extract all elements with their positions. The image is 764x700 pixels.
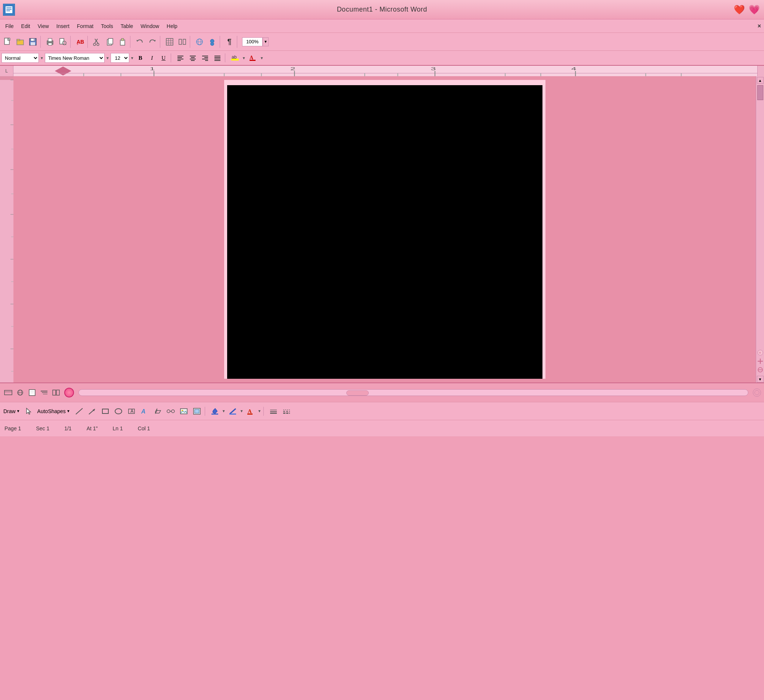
scroll-icon-2[interactable] (757, 358, 764, 366)
format-bar: Normal Heading 1 Heading 2 ▼ Times New R… (0, 51, 764, 66)
web-view-button[interactable] (15, 387, 25, 398)
scroll-thumb[interactable] (757, 85, 763, 100)
draw-label: Draw (3, 408, 16, 414)
font-dropdown-arrow[interactable]: ▼ (106, 56, 110, 60)
heart-btn-2[interactable]: 💗 (748, 3, 761, 16)
print-button[interactable] (44, 36, 56, 48)
redo-button[interactable] (146, 36, 158, 48)
arrow-tool-button[interactable] (86, 406, 98, 417)
table-insert-button[interactable] (164, 36, 175, 48)
normal-view-button[interactable] (3, 387, 13, 398)
rectangle-tool-button[interactable] (99, 406, 111, 417)
paste-button[interactable] (117, 36, 128, 48)
menu-window[interactable]: Window (137, 22, 163, 31)
font-color-arrow[interactable]: ▼ (260, 56, 264, 60)
window-close-button[interactable]: × (758, 23, 761, 30)
italic-button[interactable]: I (147, 53, 157, 63)
font-size-dropdown[interactable]: 12 10 14 (111, 53, 129, 63)
menu-view[interactable]: View (34, 22, 53, 31)
menu-format[interactable]: Format (73, 22, 97, 31)
svg-rect-37 (183, 39, 186, 44)
print-layout-button[interactable] (27, 387, 38, 398)
highlight-button[interactable]: ab (229, 53, 241, 63)
align-left-button[interactable] (175, 53, 186, 63)
menu-edit[interactable]: Edit (17, 22, 34, 31)
dash-style-button[interactable] (280, 406, 293, 417)
svg-point-131 (167, 410, 170, 413)
justify-button[interactable] (212, 53, 223, 63)
menu-help[interactable]: Help (163, 22, 181, 31)
cut-button[interactable] (91, 36, 103, 48)
wordart-button[interactable]: A (139, 406, 150, 417)
bold-button[interactable]: B (135, 53, 146, 63)
highlight-arrow[interactable]: ▼ (242, 56, 246, 60)
size-dropdown-arrow[interactable]: ▼ (130, 56, 134, 60)
heart-btn-1[interactable]: ❤️ (733, 3, 746, 16)
menu-insert[interactable]: Insert (53, 22, 73, 31)
paragraph-mark-button[interactable]: ¶ (224, 36, 235, 48)
fill-color-arrow[interactable]: ▼ (222, 409, 225, 413)
line-style-button[interactable] (268, 406, 279, 417)
scroll-icon-1[interactable]: + (757, 349, 764, 357)
select-tool-button[interactable] (23, 406, 34, 417)
scroll-up-button[interactable]: ▲ (757, 77, 764, 84)
picture-button[interactable] (191, 406, 203, 417)
h-scroll-end-button[interactable] (753, 388, 761, 397)
doc-map-button[interactable] (206, 36, 218, 48)
svg-text:ab: ab (232, 55, 237, 60)
view-bar (0, 382, 764, 402)
outline-view-button[interactable] (39, 387, 49, 398)
line-color-arrow[interactable]: ▼ (240, 409, 244, 413)
svg-point-132 (171, 410, 174, 413)
3d-button[interactable] (152, 406, 164, 417)
autoshapes-dropdown[interactable]: AutoShapes ▼ (36, 406, 72, 417)
menu-table[interactable]: Table (117, 22, 137, 31)
clipart-button[interactable] (178, 406, 190, 417)
h-scroll-thumb[interactable] (346, 390, 369, 396)
page-content[interactable] (227, 85, 542, 379)
scroll-down-button[interactable]: ▼ (757, 376, 764, 382)
draw-dropdown[interactable]: Draw ▼ (2, 406, 22, 417)
menu-tools[interactable]: Tools (97, 22, 117, 31)
draw-font-color-button[interactable]: A (245, 406, 257, 417)
autoshapes-label: AutoShapes (38, 408, 66, 414)
sep4 (130, 36, 132, 48)
oval-tool-button[interactable] (113, 406, 124, 417)
draw-font-color-arrow[interactable]: ▼ (258, 409, 261, 413)
font-color-button[interactable]: A (247, 53, 259, 63)
reading-view-button[interactable] (51, 387, 61, 398)
svg-line-21 (95, 39, 98, 44)
line-tool-button[interactable] (73, 406, 85, 417)
zoom-input[interactable] (242, 38, 263, 46)
line-color-button[interactable] (227, 406, 239, 417)
view-circle-button[interactable] (64, 388, 74, 398)
underline-button[interactable]: U (158, 53, 169, 63)
align-center-button[interactable] (187, 53, 198, 63)
zoom-dropdown-arrow[interactable]: ▼ (263, 38, 269, 46)
svg-rect-31 (166, 39, 173, 45)
svg-line-139 (230, 409, 236, 414)
font-dropdown[interactable]: Times New Roman Arial Calibri (45, 53, 105, 63)
spell-button[interactable]: ABC✓ (74, 36, 86, 48)
menu-file[interactable]: File (2, 22, 17, 31)
style-dropdown[interactable]: Normal Heading 1 Heading 2 (2, 53, 39, 63)
page-scroll-area[interactable] (13, 76, 756, 382)
undo-button[interactable] (134, 36, 146, 48)
sep-format2 (225, 53, 227, 63)
columns-button[interactable] (176, 36, 188, 48)
fill-color-button[interactable] (209, 406, 221, 417)
web-button[interactable] (194, 36, 205, 48)
scroll-icon-3[interactable] (757, 366, 764, 374)
align-right-button[interactable] (199, 53, 211, 63)
menu-bar: File Edit View Insert Format Tools Table… (0, 19, 764, 33)
copy-button[interactable] (104, 36, 116, 48)
save-button[interactable] (27, 36, 39, 48)
diagram-button[interactable] (165, 406, 177, 417)
style-dropdown-arrow[interactable]: ▼ (40, 56, 44, 60)
new-button[interactable] (2, 36, 13, 48)
textbox-button[interactable]: A (125, 406, 138, 417)
print-preview-button[interactable] (57, 36, 69, 48)
open-button[interactable] (14, 36, 26, 48)
horizontal-scrollbar[interactable] (78, 389, 748, 396)
svg-rect-3 (6, 9, 12, 10)
